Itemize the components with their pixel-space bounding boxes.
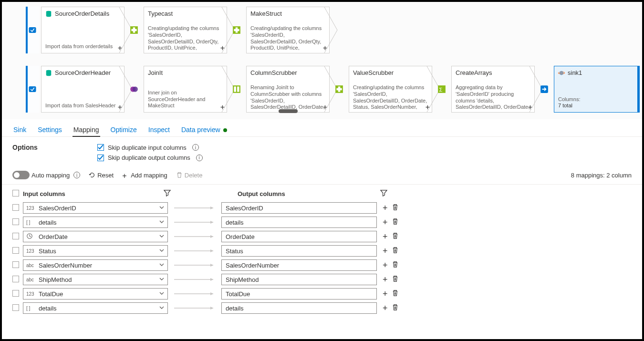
delete-label: Delete — [185, 172, 203, 179]
database-icon — [45, 70, 52, 76]
output-column-input[interactable]: SalesOrderNumber — [221, 259, 377, 271]
output-column-input[interactable]: Status — [221, 245, 377, 257]
type-icon: [ ] — [26, 220, 36, 225]
mapping-arrow — [168, 234, 221, 239]
add-row-button[interactable]: + — [383, 304, 388, 312]
row-checkbox[interactable] — [12, 304, 19, 311]
source-icon — [28, 85, 37, 93]
node-typecast[interactable]: Typecast Creating/updating the columns '… — [144, 7, 227, 53]
sink-planet-icon — [558, 70, 565, 76]
node-sourceorderheader[interactable]: SourceOrderHeader Import data from Sales… — [41, 66, 125, 113]
svg-point-11 — [133, 86, 138, 92]
svg-text:Σ: Σ — [439, 87, 442, 93]
input-column-select[interactable]: abcSalesOrderNumber — [23, 259, 168, 271]
filter-icon[interactable] — [380, 189, 387, 198]
delete-row-button[interactable] — [392, 275, 399, 284]
output-column-input[interactable]: SalesOrderID — [221, 202, 377, 214]
row-checkbox[interactable] — [12, 247, 19, 254]
delete-row-button[interactable] — [392, 261, 399, 269]
mapping-list: 123SalesOrderIDSalesOrderID+[ ]detailsde… — [2, 201, 642, 315]
row-checkbox[interactable] — [12, 233, 19, 239]
output-column-input[interactable]: OrderDate — [221, 231, 377, 242]
mapping-arrow — [168, 306, 221, 310]
node-makestruct[interactable]: MakeStruct Creating/updating the columns… — [246, 7, 330, 53]
delete-row-button[interactable] — [392, 304, 399, 312]
trash-icon — [176, 172, 183, 178]
input-column-select[interactable]: 123SalesOrderID — [23, 202, 168, 214]
dataflow-canvas[interactable]: SourceOrderDetails Import data from orde… — [2, 2, 642, 119]
mapping-row: [ ]detailsdetails+ — [12, 215, 632, 229]
delete-row-button[interactable] — [392, 204, 399, 212]
node-title: CreateArrays — [456, 69, 492, 76]
input-column-select[interactable]: [ ]details — [23, 302, 168, 314]
filter-icon[interactable] — [164, 189, 171, 198]
input-column-value: Status — [39, 248, 56, 255]
input-column-select[interactable]: OrderDate — [23, 231, 168, 242]
row-checkbox[interactable] — [12, 276, 19, 282]
tab-settings[interactable]: Settings — [37, 123, 63, 136]
chevron-down-icon — [159, 262, 165, 269]
delete-row-button[interactable] — [392, 218, 399, 227]
tab-sink[interactable]: Sink — [12, 123, 27, 136]
connector — [125, 7, 144, 53]
add-row-button[interactable]: + — [383, 204, 388, 212]
sink-columns: Columns:7 total — [558, 96, 635, 110]
add-row-button[interactable]: + — [383, 261, 388, 269]
add-mapping-button[interactable]: + Add mapping — [122, 172, 167, 179]
info-icon[interactable]: i — [196, 155, 203, 161]
tab-data-preview[interactable]: Data preview — [180, 123, 228, 136]
add-row-button[interactable]: + — [383, 232, 388, 241]
delete-row-button[interactable] — [392, 289, 399, 298]
input-column-select[interactable]: [ ]details — [23, 217, 168, 228]
output-column-value: SalesOrderNumber — [226, 262, 279, 269]
node-title: SourceOrderHeader — [55, 69, 111, 76]
derived-column-icon — [129, 25, 139, 35]
info-icon[interactable]: i — [192, 144, 199, 151]
input-column-select[interactable]: abcShipMethod — [23, 274, 168, 285]
input-column-select[interactable]: 123TotalDue — [23, 288, 168, 300]
options-label: Options — [12, 144, 93, 151]
add-row-button[interactable]: + — [383, 275, 388, 284]
input-columns-header: Input columns — [23, 190, 65, 197]
input-column-value: details — [39, 219, 57, 226]
source-handle[interactable] — [26, 7, 39, 53]
reset-button[interactable]: Reset — [89, 172, 114, 179]
input-column-select[interactable]: 123Status — [23, 245, 168, 257]
checkbox-skip-output[interactable] — [97, 155, 104, 161]
checkbox-skip-input[interactable] — [97, 144, 104, 151]
output-column-input[interactable]: TotalDue — [221, 288, 377, 300]
tab-mapping[interactable]: Mapping — [73, 123, 100, 136]
tab-inspect[interactable]: Inspect — [147, 123, 171, 136]
select-all-checkbox[interactable] — [12, 190, 19, 196]
connector — [125, 66, 144, 113]
node-valuescrubber[interactable]: ValueScrubber Creating/updating the colu… — [349, 66, 432, 113]
output-column-input[interactable]: ShipMethod — [221, 274, 377, 285]
node-desc: Creating/updating the columns 'SalesOrde… — [148, 25, 223, 50]
node-columnscrubber[interactable]: ColumnScrubber Renaming JoinIt to Column… — [246, 66, 330, 113]
type-icon: [ ] — [26, 306, 36, 311]
delete-button[interactable]: Delete — [176, 172, 203, 179]
derived-column-icon — [334, 84, 344, 94]
row-checkbox[interactable] — [12, 204, 19, 211]
row-checkbox[interactable] — [12, 290, 19, 297]
info-icon[interactable]: i — [73, 172, 80, 178]
node-sink1[interactable]: sink1 Columns:7 total — [554, 66, 640, 113]
row-checkbox[interactable] — [12, 261, 19, 268]
node-createarrays[interactable]: CreateArrays Aggregating data by 'SalesO… — [451, 66, 535, 113]
chevron-down-icon — [159, 290, 165, 298]
node-joinit[interactable]: JoinIt Inner join on SourceOrderHeader a… — [144, 66, 227, 113]
add-row-button[interactable]: + — [383, 289, 388, 298]
flow-row-1: SourceOrderDetails Import data from orde… — [26, 7, 642, 53]
row-checkbox[interactable] — [12, 218, 19, 225]
add-row-button[interactable]: + — [383, 218, 388, 227]
tab-optimize[interactable]: Optimize — [110, 123, 138, 136]
delete-row-button[interactable] — [392, 232, 399, 241]
output-column-input[interactable]: details — [221, 217, 377, 228]
node-sourceorderdetails[interactable]: SourceOrderDetails Import data from orde… — [41, 7, 125, 53]
delete-row-button[interactable] — [392, 247, 399, 255]
auto-mapping-toggle[interactable]: Auto mapping i — [12, 171, 80, 179]
add-row-button[interactable]: + — [383, 247, 388, 255]
output-column-input[interactable]: details — [221, 302, 377, 314]
source-handle[interactable] — [26, 66, 39, 113]
node-title: ValueScrubber — [353, 69, 394, 76]
